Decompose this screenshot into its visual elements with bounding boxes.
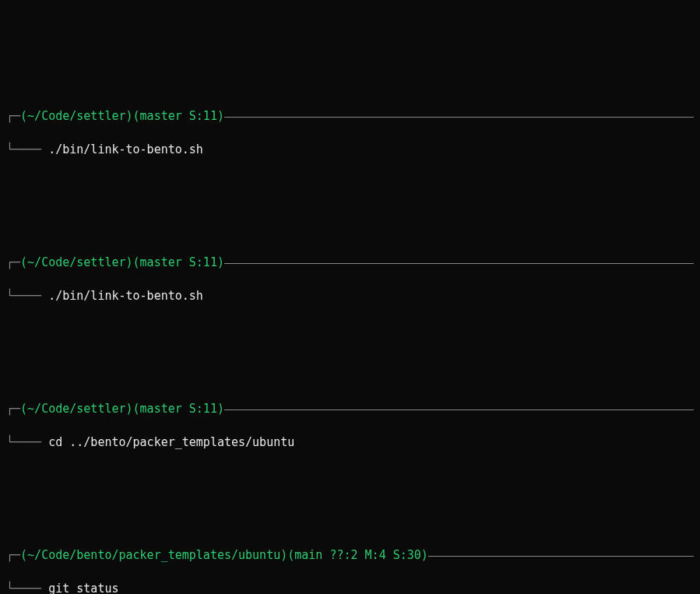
open-paren: ( — [20, 108, 27, 125]
prompt-path: ~/Code/settler — [27, 255, 125, 272]
prompt-command-line[interactable]: └──── git status — [6, 581, 694, 594]
prompt-top-line: ┌─(~/Code/settler)(master S:11) — [6, 401, 694, 418]
command-text: git status — [48, 582, 118, 594]
prompt-block: ┌─(~/Code/settler)(master S:11) └──── ./… — [6, 91, 694, 176]
prompt-top-line: ┌─(~/Code/bento/packer_templates/ubuntu)… — [6, 547, 694, 564]
prompt-branch: master S:11 — [140, 401, 217, 418]
prompt-command-line[interactable]: └──── ./bin/link-to-bento.sh — [6, 142, 694, 159]
prompt-branch: main ??:2 M:4 S:30 — [294, 547, 421, 564]
corner-bottom: └──── — [6, 142, 48, 156]
command-text: cd ../bento/packer_templates/ubuntu — [48, 435, 294, 449]
corner-top: ┌─ — [6, 108, 20, 125]
prompt-block: ┌─(~/Code/bento/packer_templates/ubuntu)… — [6, 530, 694, 594]
rule-fill — [224, 117, 694, 118]
prompt-top-line: ┌─(~/Code/settler)(master S:11) — [6, 255, 694, 272]
close-paren: ) — [217, 108, 224, 125]
close-paren: ) — [126, 108, 133, 125]
prompt-path: ~/Code/settler — [27, 401, 125, 418]
open-paren: ( — [133, 108, 140, 125]
command-text: ./bin/link-to-bento.sh — [48, 289, 203, 303]
prompt-block: ┌─(~/Code/settler)(master S:11) └──── ./… — [6, 237, 694, 322]
prompt-branch: master S:11 — [140, 108, 217, 125]
prompt-command-line[interactable]: └──── ./bin/link-to-bento.sh — [6, 288, 694, 305]
command-text: ./bin/link-to-bento.sh — [48, 142, 203, 156]
prompt-command-line[interactable]: └──── cd ../bento/packer_templates/ubunt… — [6, 434, 694, 452]
prompt-path: ~/Code/settler — [27, 108, 125, 125]
prompt-path: ~/Code/bento/packer_templates/ubuntu — [27, 547, 280, 564]
prompt-top-line: ┌─(~/Code/settler)(master S:11) — [6, 108, 694, 125]
prompt-block: ┌─(~/Code/settler)(master S:11) └──── cd… — [6, 384, 694, 469]
prompt-branch: master S:11 — [140, 255, 217, 272]
